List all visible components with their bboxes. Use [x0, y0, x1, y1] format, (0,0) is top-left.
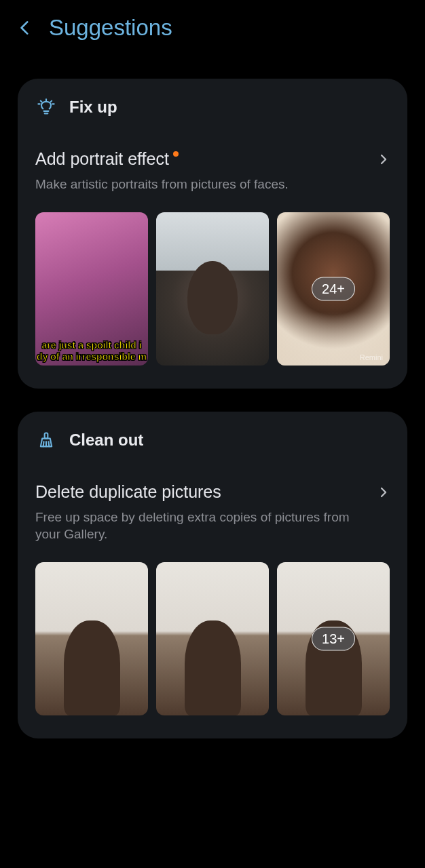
overflow-badge: 24+	[312, 277, 355, 300]
lightbulb-icon	[37, 98, 56, 117]
thumbnail-image-more[interactable]: 24+ Remini	[277, 212, 390, 366]
thumbnail-image-more[interactable]: 13+	[277, 562, 390, 715]
chevron-right-icon	[377, 153, 390, 168]
action-desc-portrait: Make artistic portraits from pictures of…	[35, 176, 361, 193]
svg-line-4	[51, 101, 52, 102]
svg-line-3	[41, 101, 42, 102]
thumbnail-image[interactable]: are just a spoilt child i dy of an irres…	[35, 212, 148, 366]
action-title-duplicates: Delete duplicate pictures	[35, 482, 221, 502]
section-header-cleanout: Clean out	[18, 431, 407, 450]
header: Suggestions	[0, 0, 425, 53]
svg-line-6	[43, 441, 44, 446]
thumbnail-image[interactable]	[156, 562, 269, 715]
page-title: Suggestions	[49, 15, 172, 41]
overflow-badge: 13+	[312, 627, 355, 650]
fix-up-card: Fix up Add portrait effect Make artistic…	[18, 79, 407, 389]
action-desc-duplicates: Free up space by deleting extra copies o…	[35, 509, 361, 543]
back-button[interactable]	[16, 19, 34, 37]
action-title-portrait: Add portrait effect	[35, 149, 169, 169]
svg-rect-5	[45, 433, 48, 438]
section-title-fixup: Fix up	[69, 98, 117, 117]
section-title-cleanout: Clean out	[69, 431, 143, 450]
new-indicator-dot	[173, 151, 179, 157]
watermark-label: Remini	[360, 353, 383, 361]
thumbnail-image[interactable]	[156, 212, 269, 366]
duplicate-thumbnails: 13+	[18, 562, 407, 715]
section-header-fixup: Fix up	[18, 98, 407, 117]
thumbnail-image[interactable]	[35, 562, 148, 715]
broom-icon	[37, 431, 56, 450]
delete-duplicates-row[interactable]: Delete duplicate pictures Free up space …	[18, 482, 407, 543]
clean-out-card: Clean out Delete duplicate pictures Free…	[18, 412, 407, 738]
chevron-right-icon	[377, 486, 390, 501]
svg-line-8	[49, 441, 50, 446]
add-portrait-effect-row[interactable]: Add portrait effect Make artistic portra…	[18, 149, 407, 193]
portrait-thumbnails: are just a spoilt child i dy of an irres…	[18, 212, 407, 366]
meme-caption: are just a spoilt child i dy of an irres…	[35, 340, 148, 366]
